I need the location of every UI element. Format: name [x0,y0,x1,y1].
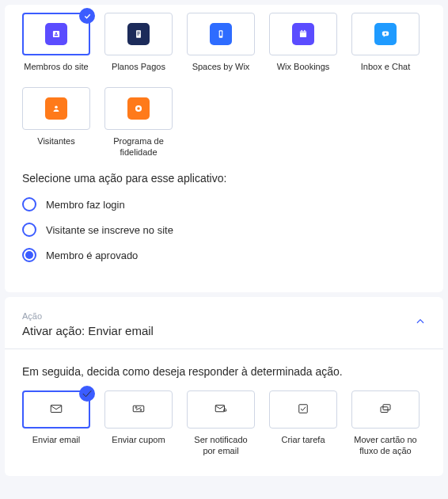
action-panel-eyebrow: Ação [22,311,154,321]
action-label: Enviar cupom [112,435,165,446]
app-label: Programa de fidelidade [104,136,173,158]
app-item: Spaces by Wix [187,13,255,73]
collapse-toggle[interactable] [415,311,426,329]
radio-label: Visitante se inscreve no site [46,224,173,236]
radio-label: Membro é aprovado [46,250,138,261]
svg-rect-10 [300,32,306,33]
action-item: Mover cartão no fluxo de ação [351,390,420,457]
svg-marker-14 [384,36,385,37]
action-card[interactable] [187,390,255,429]
radio-indicator [22,248,36,262]
svg-rect-8 [220,32,222,36]
svg-rect-19 [51,405,62,412]
app-grid: Membros do site Planos Pagos Spaces by W… [22,13,426,158]
svg-point-1 [55,32,57,34]
app-card[interactable] [104,87,173,130]
doc-icon [127,23,150,45]
svg-point-22 [140,409,142,410]
app-item: Inbox e Chat [351,13,420,73]
avatar-icon [45,97,67,120]
action-label: Enviar email [32,435,81,446]
action-item: Ser notificado por email [187,390,255,457]
svg-rect-5 [137,33,140,34]
action-prompt: Em seguida, decida como deseja responder… [22,365,426,378]
trigger-radio[interactable]: Visitante se inscreve no site [22,223,426,237]
app-item: Membros do site [22,13,90,73]
app-item: Visitantes [22,87,90,158]
app-card[interactable] [351,13,420,55]
app-item: Programa de fidelidade [104,87,173,158]
apps-section-title: Selecione uma ação para esse aplicativo: [22,172,426,185]
action-card[interactable] [269,390,337,429]
app-label: Visitantes [37,136,75,147]
selected-check-icon [79,8,95,24]
svg-rect-26 [299,405,308,413]
people-icon [45,23,67,45]
svg-rect-12 [304,30,305,32]
app-item: Wix Bookings [269,13,337,73]
action-panel: Ação Ativar ação: Enviar email Em seguid… [5,297,443,476]
apps-panel: Membros do site Planos Pagos Spaces by W… [5,5,443,292]
app-label: Inbox e Chat [361,62,410,73]
app-card[interactable] [269,13,337,55]
action-label: Mover cartão no fluxo de ação [351,435,420,457]
action-grid: Enviar email Enviar cupom Ser notificado… [22,390,426,457]
action-card[interactable] [104,390,173,429]
svg-point-21 [135,406,137,408]
app-card[interactable] [22,87,90,130]
coupon-icon [130,402,147,418]
app-card[interactable] [187,13,255,55]
action-label: Ser notificado por email [187,435,255,457]
svg-rect-6 [137,35,139,36]
app-label: Membros do site [24,62,88,73]
badge-icon [127,97,150,120]
radio-indicator [22,197,36,211]
action-item: Criar tarefa [269,390,337,457]
radio-indicator [22,223,36,237]
svg-point-15 [385,32,386,34]
app-item: Planos Pagos [104,13,173,73]
trigger-radio[interactable]: Membro é aprovado [22,248,426,262]
chat-icon [374,23,397,45]
svg-rect-11 [302,30,302,32]
app-label: Planos Pagos [112,62,165,73]
action-item: Enviar email [22,390,90,457]
svg-rect-2 [55,35,59,36]
action-card[interactable] [351,390,420,429]
svg-rect-3 [136,30,141,37]
app-card[interactable] [22,13,90,55]
cards-icon [377,402,394,418]
action-card[interactable] [22,390,90,429]
action-panel-title: Ativar ação: Enviar email [22,324,154,337]
mail-alert-icon [212,402,230,418]
task-icon [294,402,312,418]
app-card[interactable] [104,13,173,55]
app-label: Wix Bookings [277,62,330,73]
app-label: Spaces by Wix [192,62,250,73]
action-item: Enviar cupom [104,390,173,457]
trigger-radio[interactable]: Membro faz login [22,197,426,211]
phone-icon [210,23,232,45]
action-panel-header: Ação Ativar ação: Enviar email [22,311,426,349]
svg-rect-4 [137,32,140,32]
svg-point-18 [137,107,140,110]
trigger-radio-list: Membro faz login Visitante se inscreve n… [22,197,426,262]
svg-point-16 [55,105,58,109]
action-label: Criar tarefa [281,435,325,446]
calendar-icon [292,23,314,45]
selected-check-icon [79,386,95,402]
radio-label: Membro faz login [46,199,125,211]
chevron-up-icon [415,318,426,329]
mail-icon [47,402,65,418]
divider [5,349,443,349]
